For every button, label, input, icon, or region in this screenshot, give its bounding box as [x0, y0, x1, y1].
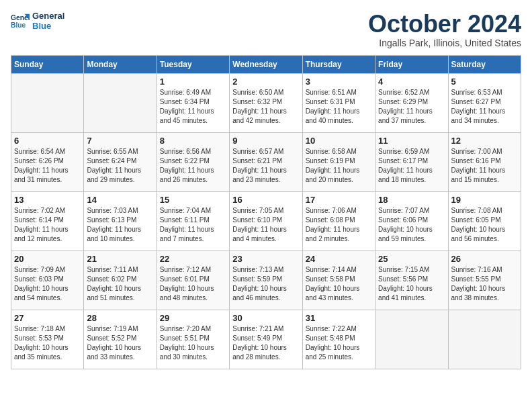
day-number: 26 — [451, 254, 518, 264]
calendar-cell: 6Sunrise: 6:54 AMSunset: 6:26 PMDaylight… — [11, 132, 84, 191]
day-number: 18 — [378, 195, 445, 205]
day-number: 1 — [160, 77, 226, 87]
day-info: Sunrise: 7:12 AMSunset: 6:01 PMDaylight:… — [160, 265, 226, 303]
calendar-cell: 25Sunrise: 7:15 AMSunset: 5:56 PMDayligh… — [375, 250, 448, 310]
calendar-cell: 27Sunrise: 7:18 AMSunset: 5:53 PMDayligh… — [11, 310, 84, 369]
calendar-week-row: 20Sunrise: 7:09 AMSunset: 6:03 PMDayligh… — [11, 250, 521, 310]
day-info: Sunrise: 7:04 AMSunset: 6:11 PMDaylight:… — [160, 206, 226, 244]
day-info: Sunrise: 6:49 AMSunset: 6:34 PMDaylight:… — [160, 88, 226, 126]
calendar-cell: 31Sunrise: 7:22 AMSunset: 5:48 PMDayligh… — [302, 310, 375, 369]
day-number: 5 — [451, 77, 518, 87]
svg-text:Blue: Blue — [11, 21, 26, 29]
day-number: 24 — [306, 254, 372, 264]
day-number: 14 — [87, 195, 153, 205]
calendar-cell — [11, 73, 84, 132]
day-number: 3 — [306, 77, 372, 87]
logo-blue: Blue — [32, 21, 64, 31]
calendar-cell: 20Sunrise: 7:09 AMSunset: 6:03 PMDayligh… — [11, 250, 84, 310]
calendar-week-row: 1Sunrise: 6:49 AMSunset: 6:34 PMDaylight… — [11, 73, 521, 132]
calendar-week-row: 27Sunrise: 7:18 AMSunset: 5:53 PMDayligh… — [11, 310, 521, 369]
day-number: 12 — [451, 136, 518, 146]
weekday-header: Thursday — [302, 55, 375, 73]
calendar-cell: 19Sunrise: 7:08 AMSunset: 6:05 PMDayligh… — [448, 191, 521, 250]
calendar-cell: 16Sunrise: 7:05 AMSunset: 6:10 PMDayligh… — [230, 191, 302, 250]
day-info: Sunrise: 7:22 AMSunset: 5:48 PMDaylight:… — [306, 324, 372, 362]
day-number: 27 — [14, 313, 81, 323]
day-info: Sunrise: 7:11 AMSunset: 6:02 PMDaylight:… — [87, 265, 153, 303]
calendar-cell: 9Sunrise: 6:57 AMSunset: 6:21 PMDaylight… — [230, 132, 302, 191]
calendar-cell: 26Sunrise: 7:16 AMSunset: 5:55 PMDayligh… — [448, 250, 521, 310]
location-title: Ingalls Park, Illinois, United States — [368, 38, 521, 48]
calendar-week-row: 13Sunrise: 7:02 AMSunset: 6:14 PMDayligh… — [11, 191, 521, 250]
day-info: Sunrise: 6:59 AMSunset: 6:17 PMDaylight:… — [378, 147, 445, 185]
weekday-header: Saturday — [448, 55, 521, 73]
day-info: Sunrise: 7:14 AMSunset: 5:58 PMDaylight:… — [306, 265, 372, 303]
calendar-cell: 29Sunrise: 7:20 AMSunset: 5:51 PMDayligh… — [157, 310, 229, 369]
calendar-body: 1Sunrise: 6:49 AMSunset: 6:34 PMDaylight… — [11, 73, 521, 369]
day-info: Sunrise: 7:03 AMSunset: 6:13 PMDaylight:… — [87, 206, 153, 244]
day-number: 16 — [232, 195, 299, 205]
weekday-header: Monday — [84, 55, 157, 73]
calendar-cell: 11Sunrise: 6:59 AMSunset: 6:17 PMDayligh… — [375, 132, 448, 191]
weekday-header: Sunday — [11, 55, 84, 73]
day-number: 8 — [160, 136, 226, 146]
day-number: 13 — [14, 195, 81, 205]
day-info: Sunrise: 7:16 AMSunset: 5:55 PMDaylight:… — [451, 265, 518, 303]
day-info: Sunrise: 7:07 AMSunset: 6:06 PMDaylight:… — [378, 206, 445, 244]
day-number: 7 — [87, 136, 153, 146]
day-info: Sunrise: 7:19 AMSunset: 5:52 PMDaylight:… — [87, 324, 153, 362]
day-info: Sunrise: 7:18 AMSunset: 5:53 PMDaylight:… — [14, 324, 81, 362]
day-number: 22 — [160, 254, 226, 264]
logo: General Blue General Blue — [11, 11, 64, 31]
calendar-cell — [448, 310, 521, 369]
calendar-cell — [84, 73, 157, 132]
day-number: 21 — [87, 254, 153, 264]
title-block: October 2024 Ingalls Park, Illinois, Uni… — [368, 11, 521, 48]
day-number: 30 — [232, 313, 299, 323]
logo-icon: General Blue — [11, 11, 30, 30]
calendar-cell: 13Sunrise: 7:02 AMSunset: 6:14 PMDayligh… — [11, 191, 84, 250]
day-number: 2 — [232, 77, 299, 87]
weekday-header: Friday — [375, 55, 448, 73]
day-info: Sunrise: 6:58 AMSunset: 6:19 PMDaylight:… — [306, 147, 372, 185]
day-number: 17 — [306, 195, 372, 205]
calendar-cell: 12Sunrise: 7:00 AMSunset: 6:16 PMDayligh… — [448, 132, 521, 191]
calendar-cell: 23Sunrise: 7:13 AMSunset: 5:59 PMDayligh… — [230, 250, 302, 310]
day-number: 19 — [451, 195, 518, 205]
day-number: 23 — [232, 254, 299, 264]
month-title: October 2024 — [368, 11, 521, 38]
day-info: Sunrise: 7:02 AMSunset: 6:14 PMDaylight:… — [14, 206, 81, 244]
calendar-cell: 28Sunrise: 7:19 AMSunset: 5:52 PMDayligh… — [84, 310, 157, 369]
day-number: 4 — [378, 77, 445, 87]
day-info: Sunrise: 7:08 AMSunset: 6:05 PMDaylight:… — [451, 206, 518, 244]
logo-general: General — [32, 11, 64, 21]
day-info: Sunrise: 7:21 AMSunset: 5:49 PMDaylight:… — [232, 324, 299, 362]
calendar-cell: 17Sunrise: 7:06 AMSunset: 6:08 PMDayligh… — [302, 191, 375, 250]
day-number: 9 — [232, 136, 299, 146]
day-info: Sunrise: 6:50 AMSunset: 6:32 PMDaylight:… — [232, 88, 299, 126]
day-info: Sunrise: 7:06 AMSunset: 6:08 PMDaylight:… — [306, 206, 372, 244]
calendar-header-row: SundayMondayTuesdayWednesdayThursdayFrid… — [11, 55, 521, 73]
calendar-cell: 1Sunrise: 6:49 AMSunset: 6:34 PMDaylight… — [157, 73, 229, 132]
day-info: Sunrise: 7:09 AMSunset: 6:03 PMDaylight:… — [14, 265, 81, 303]
day-number: 20 — [14, 254, 81, 264]
calendar-cell: 2Sunrise: 6:50 AMSunset: 6:32 PMDaylight… — [230, 73, 302, 132]
day-info: Sunrise: 6:52 AMSunset: 6:29 PMDaylight:… — [378, 88, 445, 126]
day-number: 25 — [378, 254, 445, 264]
day-number: 6 — [14, 136, 81, 146]
calendar-cell: 8Sunrise: 6:56 AMSunset: 6:22 PMDaylight… — [157, 132, 229, 191]
day-number: 31 — [306, 313, 372, 323]
day-info: Sunrise: 6:55 AMSunset: 6:24 PMDaylight:… — [87, 147, 153, 185]
calendar-cell: 3Sunrise: 6:51 AMSunset: 6:31 PMDaylight… — [302, 73, 375, 132]
calendar-table: SundayMondayTuesdayWednesdayThursdayFrid… — [11, 55, 521, 369]
day-info: Sunrise: 6:56 AMSunset: 6:22 PMDaylight:… — [160, 147, 226, 185]
weekday-header: Tuesday — [157, 55, 229, 73]
calendar-cell: 10Sunrise: 6:58 AMSunset: 6:19 PMDayligh… — [302, 132, 375, 191]
day-info: Sunrise: 7:15 AMSunset: 5:56 PMDaylight:… — [378, 265, 445, 303]
calendar-cell: 4Sunrise: 6:52 AMSunset: 6:29 PMDaylight… — [375, 73, 448, 132]
calendar-week-row: 6Sunrise: 6:54 AMSunset: 6:26 PMDaylight… — [11, 132, 521, 191]
day-number: 11 — [378, 136, 445, 146]
calendar-cell: 18Sunrise: 7:07 AMSunset: 6:06 PMDayligh… — [375, 191, 448, 250]
calendar-cell: 7Sunrise: 6:55 AMSunset: 6:24 PMDaylight… — [84, 132, 157, 191]
day-number: 15 — [160, 195, 226, 205]
